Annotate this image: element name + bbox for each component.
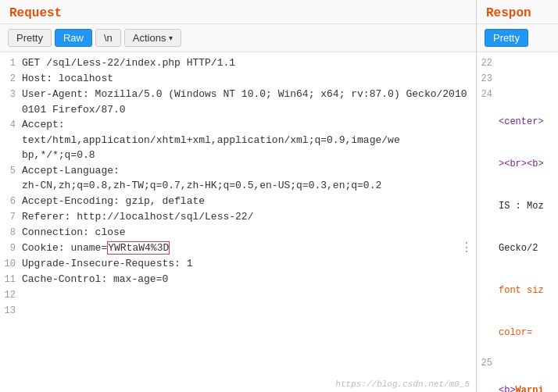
- right-line-23: 23: [477, 71, 558, 87]
- line-content-4: Accept: text/html,application/xhtml+xml,…: [22, 117, 476, 163]
- code-line-12: 12: [0, 287, 476, 303]
- right-line-22: 22: [477, 55, 558, 71]
- line-num-10: 10: [0, 256, 22, 271]
- actions-button[interactable]: Actions ▾: [124, 29, 182, 47]
- line-num-12: 12: [0, 287, 22, 302]
- tag-center: <center>: [499, 116, 544, 127]
- line-num-6: 6: [0, 194, 22, 208]
- right-line-25: 25 <b>Warni system's date.tim function s…: [477, 355, 558, 392]
- line-content-8: Connection: close: [22, 225, 476, 241]
- code-line-11: 11 Cache-Control: max-age=0: [0, 272, 476, 287]
- watermark: https://blog.csdn.net/m0_5: [335, 380, 470, 389]
- line-content-11: Cache-Control: max-age=0: [22, 272, 476, 287]
- raw-button[interactable]: Raw: [55, 29, 92, 47]
- right-content-25: <b>Warni system's date.tim function stil…: [499, 355, 558, 392]
- more-options-icon[interactable]: ⋮: [460, 242, 473, 255]
- right-panel: Respon Pretty 22 23 24 <center> ><br><b>…: [477, 0, 558, 392]
- code-line-13: 13: [0, 303, 476, 319]
- code-line-6: 6 Accept-Encoding: gzip, deflate: [0, 194, 476, 209]
- line-content-7: Referer: http://localhost/sql/Less-22/: [22, 209, 476, 225]
- code-line-3: 3 User-Agent: Mozilla/5.0 (Windows NT 10…: [0, 87, 476, 117]
- code-line-10: 10 Upgrade-Insecure-Requests: 1: [0, 256, 476, 272]
- left-panel-title: Request: [0, 0, 476, 24]
- right-toolbar: Pretty: [477, 24, 558, 52]
- code-line-9: 9 Cookie: uname=YWRtaW4%3D ⋮: [0, 241, 476, 256]
- line-content-10: Upgrade-Insecure-Requests: 1: [22, 256, 476, 272]
- code-line-1: 1 GET /sql/Less-22/index.php HTTP/1.1: [0, 55, 476, 71]
- left-toolbar: Pretty Raw \n Actions ▾: [0, 24, 476, 52]
- line-num-5: 5: [0, 163, 22, 178]
- line-content-5: Accept-Language: zh-CN,zh;q=0.8,zh-TW;q=…: [22, 163, 476, 194]
- right-pretty-button[interactable]: Pretty: [485, 29, 528, 47]
- request-code-area: 1 GET /sql/Less-22/index.php HTTP/1.1 2 …: [0, 52, 476, 392]
- line-num-11: 11: [0, 272, 22, 287]
- right-num-23: 23: [477, 71, 499, 86]
- right-content-24: <center> ><br><b> IS : Moz Gecko/2 font …: [499, 87, 558, 354]
- line-num-8: 8: [0, 225, 22, 240]
- tag-br-b: ><br><b>: [499, 159, 544, 169]
- right-num-22: 22: [477, 55, 499, 70]
- right-panel-title: Respon: [477, 0, 558, 24]
- code-line-2: 2 Host: localhost: [0, 71, 476, 87]
- line-num-4: 4: [0, 117, 22, 132]
- response-code-area: 22 23 24 <center> ><br><b> IS : Moz Geck…: [477, 52, 558, 392]
- left-panel: Request Pretty Raw \n Actions ▾ 1 GET /s…: [0, 0, 477, 392]
- line-num-1: 1: [0, 55, 22, 70]
- line-content-9: Cookie: uname=YWRtaW4%3D: [22, 241, 476, 256]
- line-content-6: Accept-Encoding: gzip, deflate: [22, 194, 476, 209]
- line-content-1: GET /sql/Less-22/index.php HTTP/1.1: [22, 55, 476, 71]
- line-num-3: 3: [0, 87, 22, 102]
- newline-button[interactable]: \n: [95, 29, 121, 47]
- line-num-13: 13: [0, 303, 22, 318]
- pretty-button[interactable]: Pretty: [8, 29, 52, 47]
- cookie-value-highlight: YWRtaW4%3D: [107, 241, 170, 255]
- code-line-7: 7 Referer: http://localhost/sql/Less-22/: [0, 209, 476, 225]
- code-line-8: 8 Connection: close: [0, 225, 476, 241]
- warning-text: Warni: [516, 385, 544, 392]
- code-line-4: 4 Accept: text/html,application/xhtml+xm…: [0, 117, 476, 163]
- actions-label: Actions: [133, 32, 166, 44]
- tag-b-warning: <b>: [499, 385, 516, 392]
- line-content-2: Host: localhost: [22, 71, 476, 87]
- line-content-3: User-Agent: Mozilla/5.0 (Windows NT 10.0…: [22, 87, 476, 117]
- line-num-7: 7: [0, 209, 22, 224]
- right-line-24: 24 <center> ><br><b> IS : Moz Gecko/2 fo…: [477, 87, 558, 354]
- line-num-9: 9: [0, 241, 22, 255]
- code-line-5: 5 Accept-Language: zh-CN,zh;q=0.8,zh-TW;…: [0, 163, 476, 194]
- right-num-25: 25: [477, 355, 499, 370]
- panels-container: Request Pretty Raw \n Actions ▾ 1 GET /s…: [0, 0, 558, 392]
- chevron-down-icon: ▾: [169, 34, 173, 42]
- right-num-24: 24: [477, 87, 499, 102]
- line-num-2: 2: [0, 71, 22, 86]
